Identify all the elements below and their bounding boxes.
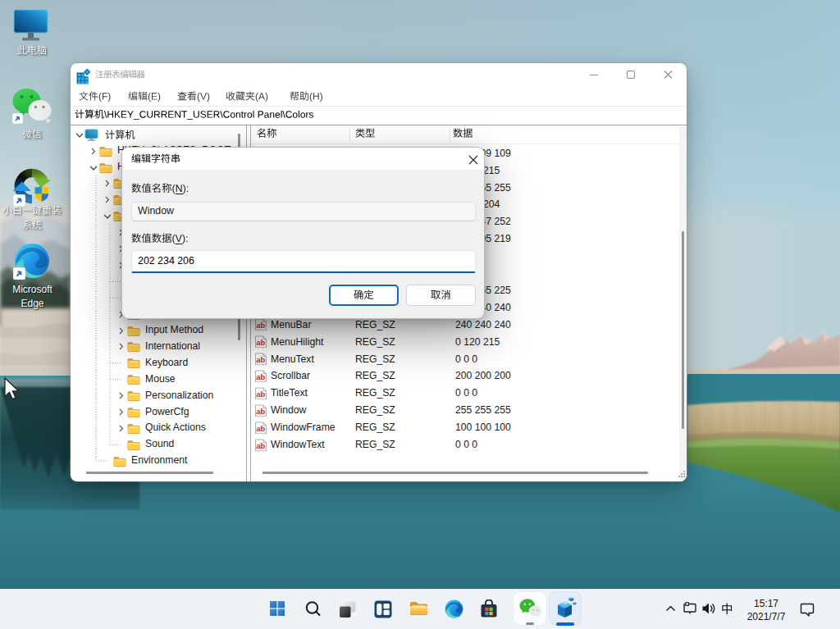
svg-text:ab: ab [256, 440, 265, 449]
svg-text:ab: ab [256, 389, 265, 398]
svg-text:ab: ab [256, 406, 265, 415]
svg-text:ab: ab [256, 338, 265, 347]
svg-text:ab: ab [256, 371, 265, 381]
svg-text:ab: ab [256, 355, 265, 364]
svg-text:ab: ab [256, 321, 265, 330]
svg-text:ab: ab [256, 423, 265, 432]
